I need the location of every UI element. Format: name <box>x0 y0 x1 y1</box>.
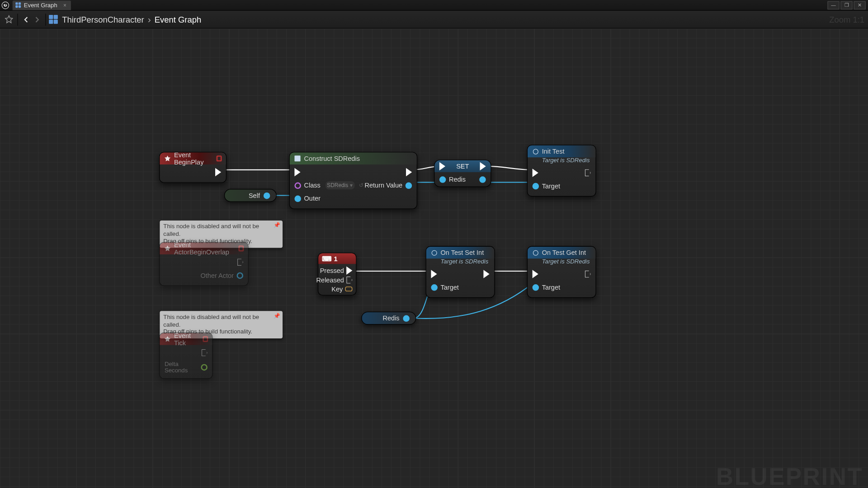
delegate-pin[interactable] <box>203 336 208 342</box>
var-label: Self <box>249 192 260 199</box>
function-icon <box>532 249 539 256</box>
exec-in-pin[interactable] <box>431 270 437 278</box>
blueprint-icon <box>49 14 58 24</box>
pin-label: Target <box>441 284 459 291</box>
maximize-button[interactable]: ❐ <box>840 1 852 9</box>
breadcrumb-toolbar: ThirdPersonCharacter › Event Graph Zoom … <box>0 11 868 29</box>
pin-label: Target <box>542 284 560 291</box>
svg-point-4 <box>533 250 538 255</box>
exec-out-pin[interactable] <box>215 168 221 176</box>
node-keyboard-1[interactable]: ⌨ 1 Pressed Released Key <box>318 253 357 296</box>
divider <box>17 14 18 25</box>
data-out-pin[interactable] <box>237 272 244 279</box>
node-subtitle: Target is SDRedis <box>528 156 595 165</box>
event-icon <box>164 245 171 252</box>
close-button[interactable]: ✕ <box>854 1 865 9</box>
breadcrumb-current: Event Graph <box>155 14 202 24</box>
data-out-pin[interactable] <box>479 176 486 183</box>
node-title: On Test Get Int <box>542 249 586 256</box>
exec-out-pin[interactable] <box>202 349 208 357</box>
var-label: Redis <box>382 314 399 322</box>
pressed-pin[interactable] <box>346 266 352 274</box>
node-title: Init Test <box>542 148 565 155</box>
node-title: Event ActorBeginOverlap <box>174 241 236 256</box>
blueprint-watermark: BLUEPRINT <box>716 464 863 488</box>
exec-in-pin[interactable] <box>439 162 445 170</box>
close-icon[interactable]: × <box>63 2 66 8</box>
variable-get-self[interactable]: Self <box>224 189 277 202</box>
breadcrumb-parent[interactable]: ThirdPersonCharacter <box>62 14 144 24</box>
svg-point-2 <box>533 149 538 154</box>
exec-in-pin[interactable] <box>533 270 538 278</box>
node-title: Event Tick <box>174 332 200 347</box>
variable-get-redis[interactable]: Redis <box>361 312 416 325</box>
node-title: On Test Set Int <box>441 249 484 256</box>
exec-out-pin[interactable] <box>483 270 489 278</box>
node-actor-begin-overlap[interactable]: Event ActorBeginOverlap Other Actor <box>159 242 249 286</box>
forward-button[interactable] <box>32 14 42 25</box>
target-pin[interactable] <box>533 284 539 291</box>
node-subtitle: Target is SDRedis <box>528 258 595 267</box>
tab-event-graph[interactable]: Event Graph × <box>13 0 71 10</box>
node-init-test[interactable]: Init Test Target is SDRedis Target <box>527 145 596 197</box>
graph-canvas[interactable]: Event BeginPlay Construct SDRedis Class … <box>0 28 868 488</box>
keyboard-icon: ⌨ <box>322 255 331 263</box>
favorite-icon[interactable] <box>4 14 14 25</box>
key-pin[interactable] <box>345 286 353 291</box>
function-icon <box>532 148 539 155</box>
data-in-pin[interactable] <box>439 176 446 183</box>
node-title: Event BeginPlay <box>174 151 213 166</box>
exec-in-pin[interactable] <box>533 169 538 177</box>
data-out-pin[interactable] <box>201 364 208 371</box>
outer-pin[interactable] <box>294 195 301 202</box>
node-on-test-get-int[interactable]: On Test Get Int Target is SDRedis Target <box>527 246 596 298</box>
delegate-pin[interactable] <box>217 155 222 161</box>
function-icon <box>430 249 438 256</box>
pin-label: Outer <box>304 195 321 202</box>
exec-out-pin[interactable] <box>585 169 591 177</box>
back-button[interactable] <box>21 14 32 25</box>
tab-label: Event Graph <box>24 2 57 9</box>
pin-label: Redis <box>449 176 466 183</box>
exec-out-pin[interactable] <box>585 271 591 278</box>
node-event-beginplay[interactable]: Event BeginPlay <box>159 152 226 183</box>
pin-label: Other Actor <box>201 272 234 279</box>
target-pin[interactable] <box>533 183 539 189</box>
pin-label: Target <box>542 183 560 190</box>
target-pin[interactable] <box>431 284 438 291</box>
divider <box>45 14 46 25</box>
pin-label: Delta Seconds <box>165 361 198 374</box>
return-value-pin[interactable] <box>406 182 412 189</box>
pin-icon: 📌 <box>274 222 280 229</box>
data-out-pin[interactable] <box>403 315 410 322</box>
construct-icon <box>294 155 301 162</box>
pin-label: Return Value <box>365 182 403 189</box>
exec-out-pin[interactable] <box>406 168 412 176</box>
node-construct-sdredis[interactable]: Construct SDRedis Class SDRedis▾ ↺ Retur… <box>289 152 418 209</box>
exec-in-pin[interactable] <box>294 168 300 176</box>
pin-label: Class <box>304 182 321 189</box>
class-dropdown[interactable]: SDRedis▾ <box>325 181 354 189</box>
zoom-indicator: Zoom 1:1 <box>829 14 864 24</box>
graph-icon <box>15 2 21 8</box>
unreal-logo-icon <box>0 0 11 10</box>
class-pin[interactable] <box>294 182 301 189</box>
minimize-button[interactable]: — <box>827 1 839 9</box>
node-title: Construct SDRedis <box>304 155 360 162</box>
svg-rect-1 <box>294 155 300 161</box>
exec-out-pin[interactable] <box>237 258 243 266</box>
event-icon <box>164 335 171 343</box>
node-set-redis[interactable]: SET Redis <box>434 160 491 187</box>
delegate-pin[interactable] <box>238 245 244 251</box>
node-on-test-set-int[interactable]: On Test Set Int Target is SDRedis Target <box>426 246 495 298</box>
svg-point-0 <box>2 2 9 9</box>
node-event-tick[interactable]: Event Tick Delta Seconds <box>159 333 213 379</box>
released-pin[interactable] <box>346 277 352 284</box>
chevron-right-icon: › <box>148 14 151 25</box>
node-subtitle: Target is SDRedis <box>426 258 494 267</box>
svg-point-3 <box>432 250 437 255</box>
data-out-pin[interactable] <box>264 192 270 199</box>
node-title: SET <box>445 163 480 170</box>
reset-icon[interactable]: ↺ <box>359 183 364 188</box>
exec-out-pin[interactable] <box>480 162 486 170</box>
